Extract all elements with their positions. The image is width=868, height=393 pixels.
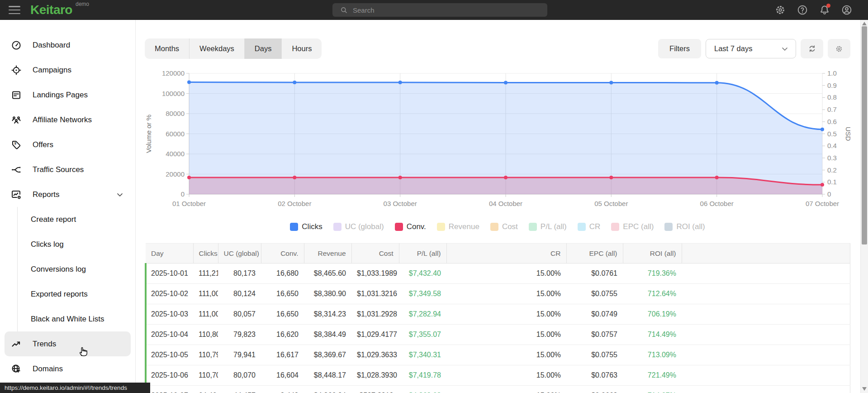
cell-conv: 16,650: [261, 304, 304, 325]
legend-label: Revenue: [449, 222, 479, 231]
global-search[interactable]: [332, 3, 547, 17]
cell-filler: [682, 345, 850, 365]
sidebar-item-label: Affiliate Networks: [33, 115, 92, 125]
svg-text:0.5: 0.5: [827, 130, 837, 138]
account-icon[interactable]: [841, 4, 853, 16]
cell-conv: 9,449: [261, 386, 304, 393]
sidebar-item-traffic-sources[interactable]: Traffic Sources: [5, 157, 131, 182]
status-url-tooltip: https://demo.keitaro.io/admin/#!/trends/…: [0, 383, 150, 393]
legend-item-cost[interactable]: Cost: [490, 222, 518, 231]
legend-label: UC (global): [345, 222, 384, 231]
cell-clicks: 110,79: [193, 345, 218, 365]
col-header-filler: [682, 244, 850, 264]
svg-text:0.8: 0.8: [827, 93, 837, 101]
legend-item-uc-global[interactable]: UC (global): [333, 222, 384, 231]
reports-icon: [11, 189, 22, 200]
sidebar-item-offers[interactable]: $Offers: [5, 132, 131, 157]
sidebar-item-trends[interactable]: Trends: [5, 331, 131, 356]
svg-text:0.9: 0.9: [827, 81, 837, 89]
refresh-button[interactable]: [801, 39, 823, 58]
vertical-scrollbar[interactable]: [860, 20, 868, 393]
scrollbar-thumb[interactable]: [862, 26, 867, 244]
svg-text:Volume or %: Volume or %: [145, 115, 152, 153]
sidebar-item-conversions-log[interactable]: Conversions log: [5, 257, 131, 282]
legend-item-cr[interactable]: CR: [578, 222, 601, 231]
scrollbar-down-arrow[interactable]: [862, 387, 867, 391]
legend-swatch: [664, 223, 673, 231]
legend-swatch: [437, 223, 445, 231]
sidebar-item-reports[interactable]: Reports: [5, 182, 131, 207]
affnet-icon: [11, 115, 22, 125]
cell-revenue: $8,314.23: [304, 304, 351, 325]
cell-day: 2025-10-05: [146, 345, 193, 365]
cell-roi-all: 713.09%: [623, 345, 682, 365]
cell-cr: 15.00%: [446, 284, 566, 304]
cell-p-l-all: $7,340.31: [399, 345, 446, 365]
table-row: 2025-10-04110,8079,82316,620$8,384.49$1,…: [146, 325, 850, 345]
tab-hours[interactable]: Hours: [282, 38, 322, 59]
cell-uc-global: 80,070: [218, 365, 261, 386]
col-header-epc-all: EPC (all): [566, 244, 623, 264]
col-header-roi-all: ROI (all): [623, 244, 682, 264]
cell-conv: 16,617: [261, 345, 304, 365]
sidebar-item-domains[interactable]: Domains: [5, 356, 131, 381]
table-header-row: DayClicksUC (global)Conv.RevenueCostP/L …: [146, 244, 850, 264]
legend-item-roi-all[interactable]: ROI (all): [664, 222, 705, 231]
col-header-p-l-all: P/L (all): [399, 244, 446, 264]
legend-item-p-l-all[interactable]: P/L (all): [529, 222, 567, 231]
view-tabs: MonthsWeekdaysDaysHours: [145, 38, 322, 59]
sidebar-item-affiliate-networks[interactable]: Affiliate Networks: [5, 107, 131, 132]
legend-item-revenue[interactable]: Revenue: [437, 222, 479, 231]
settings-icon[interactable]: [774, 4, 786, 16]
cell-filler: [682, 365, 850, 386]
search-input[interactable]: [353, 6, 543, 14]
cell-conv: 16,650: [261, 284, 304, 304]
offers-icon: $: [11, 139, 22, 150]
legend-label: P/L (all): [541, 222, 567, 231]
cell-revenue: $8,465.60: [304, 264, 351, 284]
cell-clicks: 111,00: [193, 284, 218, 304]
tab-weekdays[interactable]: Weekdays: [190, 38, 245, 59]
legend-item-clicks[interactable]: Clicks: [290, 222, 322, 231]
sidebar-item-dashboard[interactable]: Dashboard: [5, 33, 131, 58]
cell-roi-all: 714.07%: [623, 386, 682, 393]
sidebar-item-exported-reports[interactable]: Exported reports: [5, 282, 131, 307]
tab-months[interactable]: Months: [145, 38, 190, 59]
svg-text:01 October: 01 October: [172, 200, 206, 207]
cell-filler: [682, 264, 850, 284]
traffic-icon: [11, 164, 22, 175]
table-row: 2025-10-01111,2180,17316,680$8,465.60$1,…: [146, 264, 850, 284]
cell-cr: 15.00%: [446, 365, 566, 386]
right-controls: Filters Last 7 days: [658, 39, 850, 58]
sidebar-item-landings-pages[interactable]: Landings Pages: [5, 82, 131, 107]
cell-p-l-all: $4,269.03: [399, 386, 446, 393]
chevron-down-icon: [780, 44, 789, 53]
cell-uc-global: 80,173: [218, 264, 261, 284]
filters-button[interactable]: Filters: [658, 39, 701, 58]
svg-text:40000: 40000: [166, 150, 185, 158]
cell-roi-all: 719.36%: [623, 264, 682, 284]
chart-settings-button[interactable]: [828, 39, 850, 58]
sidebar-item-black-and-white-lists[interactable]: Black and White Lists: [5, 307, 131, 331]
brand-suffix: demo: [76, 1, 89, 7]
help-icon[interactable]: [797, 4, 808, 16]
notifications-bell-icon[interactable]: [819, 4, 830, 16]
sidebar-item-label: Create report: [31, 215, 76, 224]
date-range-select[interactable]: Last 7 days: [706, 39, 796, 58]
svg-text:0: 0: [181, 190, 185, 198]
cell-epc-all: $0.0755: [566, 284, 623, 304]
legend-swatch: [578, 223, 586, 231]
sidebar-item-campaigns[interactable]: Campaigns: [5, 58, 131, 82]
sidebar-item-create-report[interactable]: Create report: [5, 207, 131, 232]
svg-text:0.6: 0.6: [827, 118, 837, 125]
legend-item-epc-all[interactable]: EPC (all): [611, 222, 654, 231]
scrollbar-up-arrow[interactable]: [862, 22, 867, 25]
sidebar-item-clicks-log[interactable]: Clicks log: [5, 232, 131, 257]
svg-text:80000: 80000: [166, 110, 185, 117]
sidebar-item-label: Clicks log: [31, 240, 64, 249]
hamburger-menu-icon[interactable]: [9, 6, 20, 14]
tab-days[interactable]: Days: [245, 38, 282, 59]
legend-item-conv[interactable]: Conv.: [395, 222, 426, 231]
date-range-value: Last 7 days: [714, 44, 752, 53]
cell-roi-all: 714.49%: [623, 325, 682, 345]
